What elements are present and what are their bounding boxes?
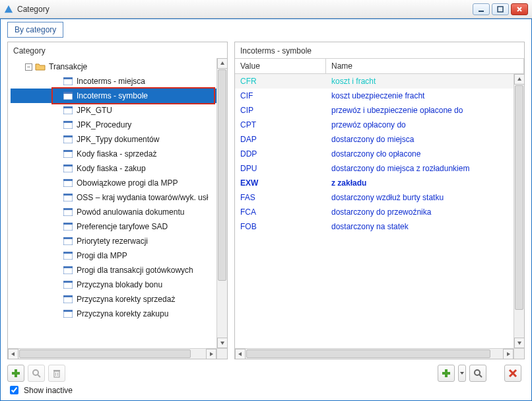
tree-item-label: Kody fiaska - sprzedaż <box>77 149 156 159</box>
cell-value: CFR <box>235 77 326 86</box>
search-category-button[interactable] <box>28 365 45 382</box>
tree-root-node[interactable]: − Transakcje <box>11 59 216 74</box>
tree-item[interactable]: JPK_Procedury <box>11 118 216 132</box>
cell-value: CPT <box>235 120 326 129</box>
table-row[interactable]: DAPdostarczony do miejsca <box>235 132 514 147</box>
folder-icon <box>35 62 46 72</box>
table-row[interactable]: DPUdostarczony do miejsca z rozładunkiem <box>235 161 514 176</box>
tree-branch-icon <box>41 89 63 103</box>
tree-item[interactable]: Przyczyna korekty zakupu <box>11 307 216 321</box>
table-row[interactable]: FOBdostarczony na statek <box>235 219 514 234</box>
tree-branch-icon <box>41 219 63 234</box>
svg-point-56 <box>475 370 480 375</box>
tree-item[interactable]: Powód anulowania dokumentu <box>11 205 216 219</box>
svg-rect-36 <box>63 310 73 312</box>
table-row[interactable]: FASdostarczony wzdłuż burty statku <box>235 190 514 205</box>
scroll-up-icon[interactable] <box>514 74 524 85</box>
column-header-value[interactable]: Value <box>235 59 326 73</box>
scroll-right-icon[interactable] <box>503 349 514 359</box>
svg-rect-16 <box>63 164 73 166</box>
form-icon <box>63 295 73 303</box>
scroll-left-icon[interactable] <box>235 349 246 359</box>
category-tree[interactable]: − Transakcje Incoterms - miejscaIncoterm… <box>8 58 216 348</box>
tree-item[interactable]: Obowiązkowe progi dla MPP <box>11 176 216 190</box>
form-icon <box>63 281 73 289</box>
svg-line-57 <box>479 375 482 377</box>
scroll-down-icon[interactable] <box>217 338 227 348</box>
client-area: By category Category − Transakcje Incot <box>0 18 532 401</box>
svg-rect-2 <box>498 7 503 12</box>
tree-item[interactable]: Preferencje taryfowe SAD <box>11 219 216 234</box>
svg-rect-22 <box>63 208 73 210</box>
tree-item-label: JPK_GTU <box>77 106 112 115</box>
scroll-left-icon[interactable] <box>8 349 18 359</box>
scroll-up-icon[interactable] <box>217 58 227 69</box>
tree-branch-icon <box>41 277 63 292</box>
tree-item-label: Incoterms - symbole <box>77 91 148 100</box>
tree-branch-icon <box>41 190 63 205</box>
tree-item[interactable]: Priorytety rezerwacji <box>11 234 216 248</box>
right-vertical-scrollbar[interactable] <box>514 74 524 348</box>
tree-item[interactable]: Kody fiaska - zakup <box>11 161 216 176</box>
left-horizontal-scrollbar[interactable] <box>8 348 216 359</box>
show-inactive-checkbox[interactable]: Show inactive <box>7 384 73 396</box>
svg-marker-44 <box>507 352 510 356</box>
column-header-name[interactable]: Name <box>326 59 524 73</box>
window-maximize-button[interactable] <box>492 3 509 15</box>
table-row[interactable]: EXWz zakładu <box>235 176 514 190</box>
add-row-button[interactable] <box>438 365 455 382</box>
table-row[interactable]: CIFkoszt ubezpieczenie fracht <box>235 89 514 103</box>
table-row[interactable]: CPTprzewóz opłacony do <box>235 118 514 132</box>
svg-rect-8 <box>63 106 73 108</box>
tree-item[interactable]: OSS – kraj wydania towarów/wyk. usł <box>11 190 216 205</box>
svg-rect-46 <box>12 372 20 375</box>
cell-value: FOB <box>235 222 326 231</box>
tree-item[interactable]: Progi dla MPP <box>11 248 216 263</box>
table-row[interactable]: CIPprzewóz i ubezpieczenie opłacone do <box>235 103 514 118</box>
svg-rect-12 <box>63 135 73 137</box>
right-horizontal-scrollbar[interactable] <box>235 348 514 359</box>
cell-value: DDP <box>235 149 326 159</box>
tree-item[interactable]: Przyczyna blokady bonu <box>11 277 216 292</box>
delete-category-button[interactable] <box>48 365 65 382</box>
form-icon <box>63 150 73 158</box>
tree-item[interactable]: Incoterms - miejsca <box>11 74 216 89</box>
tree-item[interactable]: Progi dla transakcji gotówkowych <box>11 263 216 277</box>
cell-name: koszt ubezpieczenie fracht <box>326 91 514 100</box>
window-close-button[interactable] <box>511 3 528 15</box>
svg-rect-14 <box>63 150 73 152</box>
tree-item[interactable]: Kody fiaska - sprzedaż <box>11 147 216 161</box>
table-row[interactable]: DDPdostarczony cło opłacone <box>235 147 514 161</box>
search-row-button[interactable] <box>469 365 486 382</box>
tree-branch-icon <box>41 147 63 161</box>
left-vertical-scrollbar[interactable] <box>216 58 227 348</box>
close-action-button[interactable] <box>504 365 521 382</box>
add-category-button[interactable] <box>7 365 24 382</box>
table-row[interactable]: CFRkoszt i fracht <box>235 74 514 89</box>
cell-value: CIP <box>235 106 326 115</box>
tree-item[interactable]: JPK_Typy dokumentów <box>11 132 216 147</box>
app-logo-icon <box>4 5 13 14</box>
cell-name: dostarczony wzdłuż burty statku <box>326 193 514 202</box>
show-inactive-input[interactable] <box>10 386 18 394</box>
right-panel-title: Incoterms - symbole <box>235 42 524 58</box>
collapse-icon[interactable]: − <box>25 63 32 71</box>
svg-marker-37 <box>220 61 224 65</box>
tree-item[interactable]: Incoterms - symbole <box>11 89 216 103</box>
scroll-right-icon[interactable] <box>206 349 216 359</box>
add-row-dropdown-button[interactable] <box>458 365 466 382</box>
table-row[interactable]: FCAdostarczony do przewoźnika <box>235 205 514 219</box>
scrollbar-corner <box>514 348 524 359</box>
cell-name: dostarczony do przewoźnika <box>326 207 514 217</box>
grid-body[interactable]: CFRkoszt i frachtCIFkoszt ubezpieczenie … <box>235 74 514 348</box>
form-icon <box>63 77 73 85</box>
tree-item[interactable]: JPK_GTU <box>11 103 216 118</box>
tab-by-category[interactable]: By category <box>7 22 63 38</box>
form-icon <box>63 179 73 187</box>
tree-item[interactable]: Przyczyna korekty sprzedaż <box>11 292 216 307</box>
tree-branch-icon <box>41 74 63 89</box>
cell-name: przewóz i ubezpieczenie opłacone do <box>326 106 514 115</box>
bottom-toolbar <box>7 363 525 383</box>
window-minimize-button[interactable] <box>473 3 490 15</box>
scroll-down-icon[interactable] <box>514 338 524 348</box>
